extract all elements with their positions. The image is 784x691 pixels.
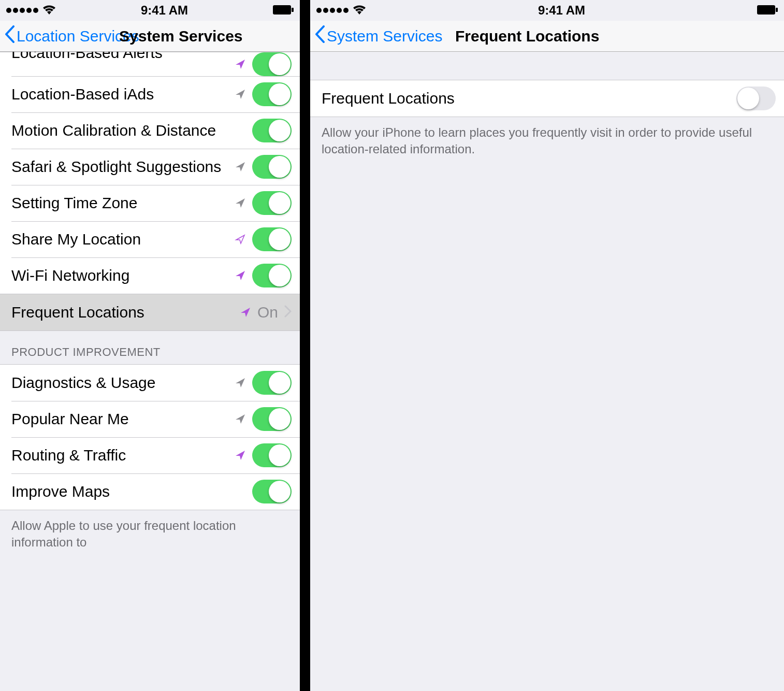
status-bar: 9:41 AM — [0, 0, 300, 21]
location-arrow-icon — [235, 161, 246, 172]
location-arrow-icon — [235, 450, 246, 461]
status-left — [316, 3, 366, 18]
signal-dots-icon — [6, 8, 38, 13]
toggle-switch[interactable] — [252, 227, 292, 251]
status-right — [757, 3, 778, 18]
phone-right: 9:41 AM System Services Frequent Locatio… — [310, 0, 784, 691]
section-header: PRODUCT IMPROVEMENT — [0, 331, 300, 364]
settings-row[interactable]: Routing & Traffic — [0, 437, 300, 473]
settings-row[interactable]: Popular Near Me — [0, 401, 300, 437]
chevron-right-icon — [284, 305, 292, 320]
location-arrow-icon — [235, 89, 246, 100]
row-label: Improve Maps — [11, 483, 252, 500]
back-label: System Services — [327, 27, 442, 45]
row-value: On — [257, 304, 278, 321]
list-section: Frequent Locations — [310, 80, 784, 117]
toggle-switch[interactable] — [252, 155, 292, 179]
settings-row[interactable]: Diagnostics & Usage — [0, 365, 300, 401]
content: Frequent Locations Allow your iPhone to … — [310, 52, 784, 163]
back-label: Location Services — [17, 27, 139, 45]
row-label: Popular Near Me — [11, 410, 235, 428]
row-label: Location-Based iAds — [11, 85, 235, 103]
location-arrow-icon — [240, 307, 251, 318]
toggle-switch[interactable] — [252, 480, 292, 503]
row-label: Diagnostics & Usage — [11, 374, 235, 392]
battery-icon — [757, 3, 778, 18]
svg-rect-1 — [292, 8, 294, 12]
toggle-switch[interactable] — [252, 82, 292, 106]
settings-row[interactable]: Setting Time Zone — [0, 185, 300, 221]
battery-icon — [273, 3, 294, 18]
settings-row[interactable]: Location-Based iAds — [0, 76, 300, 112]
row-frequent-locations[interactable]: Frequent Locations On — [0, 294, 300, 330]
location-arrow-icon — [235, 234, 246, 245]
settings-row[interactable]: Wi-Fi Networking — [0, 257, 300, 294]
svg-rect-3 — [776, 8, 778, 12]
status-time: 9:41 AM — [141, 3, 188, 18]
signal-dots-icon — [316, 8, 349, 13]
settings-row[interactable]: Motion Calibration & Distance — [0, 112, 300, 149]
list-section-1: Location-Based Alerts Location-Based iAd… — [0, 52, 300, 294]
status-left — [6, 3, 56, 18]
list-section-nav: Frequent Locations On — [0, 294, 300, 331]
row-label: Setting Time Zone — [11, 194, 235, 212]
location-arrow-icon — [235, 270, 246, 281]
row-label: Location-Based Alerts — [11, 52, 235, 62]
toggle-switch[interactable] — [252, 191, 292, 215]
row-label: Share My Location — [11, 231, 235, 248]
chevron-left-icon — [314, 25, 326, 47]
row-label: Safari & Spotlight Suggestions — [11, 158, 235, 176]
row-label: Motion Calibration & Distance — [11, 122, 252, 139]
back-button[interactable]: System Services — [314, 25, 442, 47]
page-title: System Services — [119, 27, 300, 45]
page-title: Frequent Locations — [455, 27, 784, 45]
back-button[interactable]: Location Services — [4, 25, 139, 47]
nav-bar: System Services Frequent Locations — [310, 21, 784, 52]
row-label: Frequent Locations — [322, 90, 736, 107]
settings-row[interactable]: Location-Based Alerts — [0, 52, 300, 76]
toggle-switch[interactable] — [252, 264, 292, 287]
status-bar: 9:41 AM — [310, 0, 784, 21]
toggle-switch[interactable] — [252, 407, 292, 431]
row-label: Routing & Traffic — [11, 447, 235, 464]
status-right — [273, 3, 294, 18]
section-footer: Allow your iPhone to learn places you fr… — [310, 117, 784, 163]
wifi-icon — [42, 3, 56, 18]
row-frequent-locations-toggle[interactable]: Frequent Locations — [310, 80, 784, 117]
section-footer: Allow Apple to use your frequent locatio… — [0, 510, 300, 556]
settings-row[interactable]: Share My Location — [0, 221, 300, 257]
toggle-switch[interactable] — [252, 371, 292, 395]
toggle-switch[interactable] — [252, 52, 292, 76]
toggle-switch[interactable] — [252, 119, 292, 142]
svg-rect-2 — [757, 5, 775, 15]
toggle-switch[interactable] — [736, 87, 776, 110]
svg-rect-0 — [273, 5, 291, 15]
chevron-left-icon — [4, 25, 16, 47]
list-section-2: Diagnostics & Usage Popular Near Me Rout… — [0, 364, 300, 510]
row-label: Frequent Locations — [11, 304, 240, 321]
row-label: Wi-Fi Networking — [11, 267, 235, 284]
wifi-icon — [353, 3, 366, 18]
phone-left: 9:41 AM Location Services System Service… — [0, 0, 300, 691]
location-arrow-icon — [235, 377, 246, 388]
location-arrow-icon — [235, 59, 246, 70]
settings-row[interactable]: Safari & Spotlight Suggestions — [0, 149, 300, 185]
content: Location-Based Alerts Location-Based iAd… — [0, 52, 300, 556]
status-time: 9:41 AM — [538, 3, 585, 18]
location-arrow-icon — [235, 197, 246, 209]
settings-row[interactable]: Improve Maps — [0, 473, 300, 510]
toggle-switch[interactable] — [252, 443, 292, 467]
location-arrow-icon — [235, 413, 246, 425]
nav-bar: Location Services System Services — [0, 21, 300, 52]
